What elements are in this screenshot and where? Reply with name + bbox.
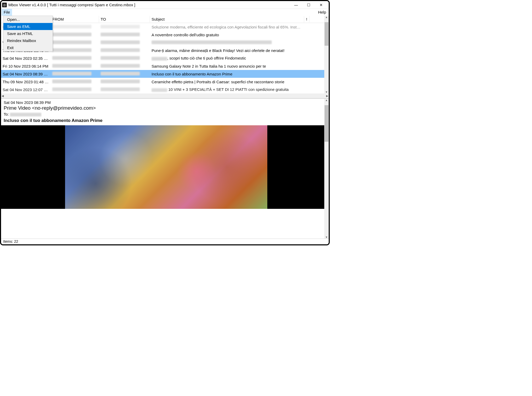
preview-from: Prime Video <no-reply@primevideo.com> <box>4 105 326 111</box>
table-row[interactable]: Thu 09 Nov 2023 01:48 PMCeramiche effett… <box>1 78 329 86</box>
menu-exit[interactable]: Exit <box>3 44 53 51</box>
menu-save-eml[interactable]: Save as EML <box>3 23 53 30</box>
scroll-right-icon[interactable]: ▶ <box>326 94 328 98</box>
cell-subject: , scopri tutto ciò che ti può offrire Fi… <box>150 55 304 61</box>
cell-from <box>51 39 99 46</box>
col-from[interactable]: FROM <box>51 16 99 22</box>
cell-to <box>99 39 150 46</box>
scroll-thumb[interactable] <box>325 105 328 142</box>
cell-from <box>51 79 99 85</box>
table-row[interactable]: Sat 04 Nov 2023 08:39 PMIncluso con il t… <box>1 70 329 78</box>
preview-date: Sat 04 Nov 2023 08:39 PM <box>4 100 326 105</box>
cell-flag <box>304 57 309 59</box>
menu-file[interactable]: File <box>2 9 12 16</box>
maximize-button[interactable]: ☐ <box>305 3 313 7</box>
menubar: File Help <box>1 9 329 16</box>
cell-flag <box>304 26 309 28</box>
col-flag[interactable]: ! <box>304 16 309 22</box>
cell-from <box>51 86 99 93</box>
statusbar: Items: 22 <box>1 239 329 244</box>
cell-subject: Soluzione moderna, efficiente ed ecologi… <box>150 24 304 30</box>
cell-from <box>51 63 99 69</box>
preview-to: To: <box>4 112 326 116</box>
cell-subject <box>150 39 304 46</box>
cell-date: Sat 04 Nov 2023 02:35 PM <box>1 55 51 62</box>
cell-subject: A novembre controllo dell'udito gratuito <box>150 32 304 38</box>
cell-subject: 10 VINI + 3 SPECIALITÀ + SET DI 12 PIATT… <box>150 86 304 93</box>
cell-subject: Ceramiche effetto pietra | Portraits di … <box>150 79 304 85</box>
status-items: Items: 22 <box>3 239 18 244</box>
preview-body <box>1 125 329 209</box>
preview-vscrollbar[interactable]: ▲ ▼ <box>324 99 329 239</box>
preview-to-redacted <box>10 113 41 116</box>
table-row[interactable]: Sat 04 Nov 2023 12:07 PM 10 VINI + 3 SPE… <box>1 86 329 93</box>
cell-date: Fri 10 Nov 2023 06:14 PM <box>1 63 51 69</box>
scroll-thumb[interactable] <box>325 22 328 46</box>
close-button[interactable]: ✕ <box>317 3 325 7</box>
cell-from <box>51 47 99 54</box>
preview-header: Sat 04 Nov 2023 08:39 PM Prime Video <no… <box>1 99 329 124</box>
scroll-up-icon[interactable]: ▲ <box>325 16 328 19</box>
list-vscrollbar[interactable]: ▲ ▼ <box>324 16 329 93</box>
list-hscrollbar[interactable]: ◀ ▶ <box>1 93 329 98</box>
menu-open[interactable]: Open... <box>3 16 53 23</box>
cell-to <box>99 86 150 93</box>
menu-help[interactable]: Help <box>316 9 328 16</box>
cell-flag <box>304 65 309 67</box>
menu-reindex[interactable]: Reindex Mailbox <box>3 37 53 44</box>
cell-flag <box>304 34 309 36</box>
preview-image <box>65 125 267 209</box>
cell-from <box>51 55 99 62</box>
preview-subject: Incluso con il tuo abbonamento Amazon Pr… <box>4 118 326 123</box>
app-icon: ◎ <box>2 3 7 7</box>
file-menu-dropdown: Open... Save as EML Save as HTML Reindex… <box>3 16 53 51</box>
table-row[interactable]: Sat 04 Nov 2023 02:35 PM, scopri tutto c… <box>1 54 329 62</box>
col-subject[interactable]: Subject <box>150 16 304 22</box>
menu-save-html[interactable]: Save as HTML <box>3 30 53 37</box>
cell-to <box>99 55 150 62</box>
cell-to <box>99 79 150 85</box>
cell-flag <box>304 88 309 91</box>
cell-to <box>99 63 150 69</box>
col-to[interactable]: TO <box>99 16 150 22</box>
cell-to <box>99 71 150 77</box>
cell-to <box>99 24 150 30</box>
table-row[interactable]: Fri 10 Nov 2023 06:14 PMSamsung Galaxy N… <box>1 62 329 70</box>
scroll-left-icon[interactable]: ◀ <box>2 94 4 98</box>
minimize-button[interactable]: — <box>292 3 300 7</box>
cell-flag <box>304 42 309 44</box>
scroll-up-icon[interactable]: ▲ <box>325 99 328 102</box>
cell-flag <box>304 81 309 83</box>
cell-flag <box>304 73 309 75</box>
cell-subject: Samsung Galaxy Note 2 in Tutta Italia ha… <box>150 63 304 69</box>
cell-from <box>51 32 99 38</box>
cell-subject: Pune-ți alarma, mâine dimineață e Black … <box>150 47 304 54</box>
cell-to <box>99 47 150 54</box>
cell-from <box>51 24 99 30</box>
scroll-down-icon[interactable]: ▼ <box>325 91 328 93</box>
cell-date: Thu 09 Nov 2023 01:48 PM <box>1 79 51 85</box>
preview-pane: Sat 04 Nov 2023 08:39 PM Prime Video <no… <box>1 99 329 239</box>
window-title: Mbox Viewer v1.4.0.0 [ Tutti i messaggi … <box>8 3 135 7</box>
titlebar: ◎ Mbox Viewer v1.4.0.0 [ Tutti i messagg… <box>1 1 329 9</box>
scroll-down-icon[interactable]: ▼ <box>325 236 328 239</box>
cell-flag <box>304 49 309 51</box>
cell-to <box>99 32 150 38</box>
cell-from <box>51 71 99 77</box>
cell-date: Sat 04 Nov 2023 08:39 PM <box>1 71 51 77</box>
cell-date: Sat 04 Nov 2023 12:07 PM <box>1 86 51 93</box>
cell-subject: Incluso con il tuo abbonamento Amazon Pr… <box>150 71 304 77</box>
